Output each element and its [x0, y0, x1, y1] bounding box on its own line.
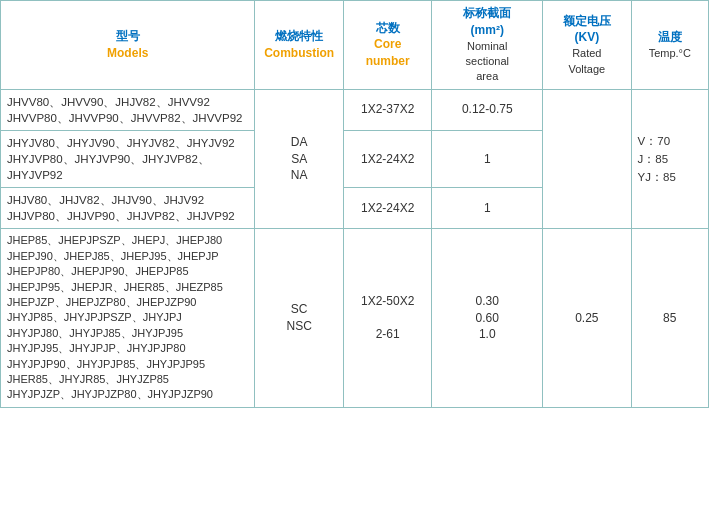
- voltage-cell-1: [543, 89, 632, 229]
- main-table-container: 型号 Models 燃烧特性 Combustion 芯数 Corenumber …: [0, 0, 709, 408]
- header-nominal: 标称截面(mm²) Nominalsectionalarea: [432, 1, 543, 90]
- voltage-cell-4: 0.25: [543, 229, 632, 407]
- header-row: 型号 Models 燃烧特性 Combustion 芯数 Corenumber …: [1, 1, 709, 90]
- core-cell-1: 1X2-37X2: [343, 89, 432, 130]
- header-core-en: Corenumber: [350, 36, 426, 70]
- header-temp-zh: 温度: [638, 29, 702, 46]
- header-voltage-zh: 额定电压(KV): [549, 13, 625, 47]
- model-cell-1: JHVV80、JHVV90、JHJV82、JHVV92 JHVVP80、JHVV…: [1, 89, 255, 130]
- header-voltage-en: RatedVoltage: [549, 46, 625, 77]
- header-core-zh: 芯数: [350, 20, 426, 37]
- header-nominal-en: Nominalsectionalarea: [438, 39, 536, 85]
- header-model: 型号 Models: [1, 1, 255, 90]
- model-cell-2: JHYJV80、JHYJV90、JHYJV82、JHYJV92 JHYJVP80…: [1, 130, 255, 187]
- header-voltage: 额定电压(KV) RatedVoltage: [543, 1, 632, 90]
- nominal-cell-1: 0.12-0.75: [432, 89, 543, 130]
- header-combustion-zh: 燃烧特性: [261, 28, 337, 45]
- model-cell-3: JHJV80、JHJV82、JHJV90、JHJV92 JHJVP80、JHJV…: [1, 188, 255, 229]
- header-combustion: 燃烧特性 Combustion: [255, 1, 344, 90]
- core-cell-2: 1X2-24X2: [343, 130, 432, 187]
- core-cell-3: 1X2-24X2: [343, 188, 432, 229]
- header-model-zh: 型号: [7, 28, 248, 45]
- temp-detail-1: V：70J：85YJ：85: [638, 132, 702, 187]
- header-core: 芯数 Corenumber: [343, 1, 432, 90]
- table-row: JHVV80、JHVV90、JHJV82、JHVV92 JHVVP80、JHVV…: [1, 89, 709, 130]
- core-cell-4: 1X2-50X22-61: [343, 229, 432, 407]
- header-temp-en: Temp.°C: [638, 46, 702, 61]
- nominal-cell-4: 0.300.601.0: [432, 229, 543, 407]
- header-nominal-zh: 标称截面(mm²): [438, 5, 536, 39]
- table-row: JHEP85、JHEPJPSZP、JHEPJ、JHEPJ80 JHEPJ90、J…: [1, 229, 709, 407]
- combustion-cell-4: SCNSC: [255, 229, 344, 407]
- header-temp: 温度 Temp.°C: [631, 1, 708, 90]
- model-cell-4: JHEP85、JHEPJPSZP、JHEPJ、JHEPJ80 JHEPJ90、J…: [1, 229, 255, 407]
- temp-cell-1: V：70J：85YJ：85: [631, 89, 708, 229]
- nominal-cell-3: 1: [432, 188, 543, 229]
- data-table: 型号 Models 燃烧特性 Combustion 芯数 Corenumber …: [0, 0, 709, 408]
- header-model-en: Models: [7, 45, 248, 62]
- header-combustion-en: Combustion: [261, 45, 337, 62]
- temp-cell-4: 85: [631, 229, 708, 407]
- nominal-cell-2: 1: [432, 130, 543, 187]
- combustion-cell-1: DASANA: [255, 89, 344, 229]
